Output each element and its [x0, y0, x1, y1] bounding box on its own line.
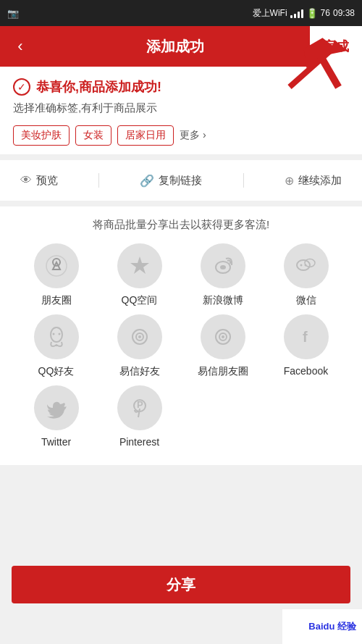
- divider-2: [243, 173, 244, 188]
- bar1: [290, 15, 292, 18]
- qqfriend-label: QQ好友: [38, 365, 75, 378]
- qqzone-label: QQ空间: [122, 294, 158, 307]
- svg-point-17: [138, 335, 141, 338]
- page-title: 添加成功: [41, 37, 310, 57]
- svg-point-12: [51, 327, 62, 342]
- camera-icon: 📷: [7, 8, 19, 19]
- success-row: ✓ 恭喜你,商品添加成功!: [13, 78, 349, 96]
- weibo-label: 新浪微博: [203, 294, 243, 307]
- weibo-icon: [201, 243, 245, 288]
- pengyouquan-label: 朋友圈: [41, 294, 72, 307]
- bar4: [301, 9, 303, 18]
- yixincircle-icon: [201, 314, 245, 359]
- tag-beauty[interactable]: 美妆护肤: [13, 125, 70, 146]
- svg-text:f: f: [303, 329, 308, 345]
- success-text: 恭喜你,商品添加成功!: [36, 78, 161, 96]
- time-display: 09:38: [333, 8, 355, 18]
- facebook-label: Facebook: [284, 365, 328, 377]
- back-button[interactable]: ‹: [0, 26, 41, 67]
- bar3: [298, 12, 300, 18]
- tag-home[interactable]: 居家日用: [117, 125, 174, 146]
- yixinfriend-label: 易信好友: [119, 365, 160, 378]
- status-left: 📷: [7, 8, 19, 19]
- preview-label: 预览: [36, 174, 58, 188]
- copy-link-action[interactable]: 🔗 复制链接: [140, 174, 202, 188]
- wifi-label: 爱上WiFi: [253, 7, 287, 20]
- divider-1: [98, 173, 99, 188]
- svg-point-14: [58, 333, 60, 335]
- share-item-twitter[interactable]: Twitter: [14, 385, 98, 448]
- qqfriend-icon: [34, 314, 79, 359]
- battery-percent: 76: [321, 8, 330, 18]
- share-item-wechat[interactable]: 微信: [264, 243, 348, 307]
- share-section: 将商品批量分享出去以获得更多客流! 朋友圈 QQ空间: [0, 206, 362, 465]
- share-item-pengyouquan[interactable]: 朋友圈: [14, 243, 98, 307]
- bar2: [294, 14, 296, 18]
- success-check-icon: ✓: [13, 78, 30, 96]
- tags-row: 美妆护肤 女装 居家日用 更多 ›: [13, 125, 349, 146]
- svg-marker-5: [130, 256, 149, 274]
- battery-icon: 🔋: [306, 8, 318, 19]
- more-tags-link[interactable]: 更多 ›: [180, 129, 206, 142]
- link-icon: 🔗: [140, 174, 154, 188]
- share-item-qqfriend[interactable]: QQ好友: [14, 314, 98, 378]
- baidu-watermark: Baidu 经验: [282, 609, 362, 644]
- share-item-weibo[interactable]: 新浪微博: [181, 243, 264, 307]
- status-right: 爱上WiFi 🔋 76 09:38: [253, 7, 355, 20]
- qqzone-icon: [117, 243, 162, 288]
- svg-point-10: [300, 264, 302, 267]
- tag-women[interactable]: 女装: [75, 125, 111, 146]
- wechat-label: 微信: [296, 294, 316, 307]
- svg-text:P: P: [137, 399, 143, 410]
- share-title: 将商品批量分享出去以获得更多客流!: [7, 218, 355, 232]
- svg-point-8: [297, 260, 310, 270]
- twitter-label: Twitter: [41, 436, 71, 448]
- yixincircle-label: 易信朋友圈: [198, 365, 248, 378]
- baidu-logo-text: Baidu 经验: [308, 620, 356, 633]
- copy-link-label: 复制链接: [159, 174, 202, 188]
- bottom-bar: 分享: [0, 560, 362, 609]
- share-button[interactable]: 分享: [12, 566, 350, 603]
- share-item-pinterest[interactable]: P Pinterest: [98, 385, 181, 448]
- pengyouquan-icon: [34, 243, 79, 288]
- svg-point-13: [52, 333, 54, 335]
- preview-action[interactable]: 👁 预览: [20, 174, 58, 188]
- status-bar: 📷 爱上WiFi 🔋 76 09:38: [0, 0, 362, 26]
- header: ‹ 添加成功 完成: [0, 26, 362, 67]
- pinterest-label: Pinterest: [119, 436, 159, 448]
- success-section: ✓ 恭喜你,商品添加成功! 选择准确标签,有利于商品展示 美妆护肤 女装 居家日…: [0, 67, 362, 160]
- preview-icon: 👁: [20, 174, 32, 187]
- twitter-icon: [34, 385, 79, 430]
- signal-bars: [290, 8, 303, 18]
- share-item-qqzone[interactable]: QQ空间: [98, 243, 181, 307]
- share-grid: 朋友圈 QQ空间 新浪微博: [7, 243, 355, 448]
- svg-point-11: [304, 264, 306, 267]
- share-item-yixinfriend[interactable]: 易信好友: [98, 314, 181, 378]
- yixinfriend-icon: [117, 314, 162, 359]
- continue-add-label: 继续添加: [298, 174, 342, 188]
- svg-point-7: [220, 265, 226, 269]
- svg-point-20: [222, 335, 224, 338]
- wechat-icon: [284, 243, 329, 288]
- add-icon: ⊕: [285, 174, 294, 188]
- done-button[interactable]: 完成: [310, 26, 362, 67]
- subtitle-text: 选择准确标签,有利于商品展示: [13, 101, 349, 115]
- actions-section: 👁 预览 🔗 复制链接 ⊕ 继续添加: [0, 160, 362, 206]
- continue-add-action[interactable]: ⊕ 继续添加: [285, 174, 342, 188]
- share-item-facebook[interactable]: f Facebook: [264, 314, 348, 378]
- pinterest-icon: P: [117, 385, 162, 430]
- share-item-yixincircle[interactable]: 易信朋友圈: [181, 314, 264, 378]
- facebook-icon: f: [284, 314, 329, 359]
